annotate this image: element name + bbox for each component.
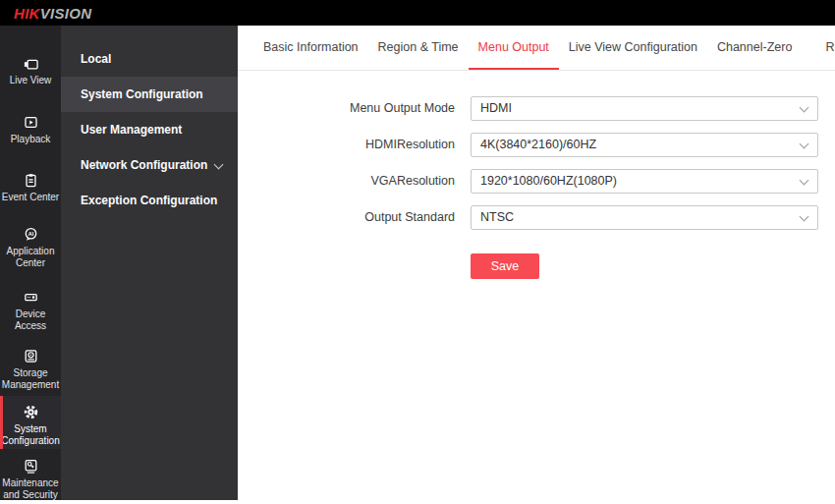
chevron-down-icon [214,160,224,170]
sidebar-item-storage-management[interactable]: Storage Management [0,348,61,390]
sidebar-item-label: Storage Management [0,367,61,390]
menu-item-label: User Management [81,123,182,137]
sidebar-item-playback[interactable]: Playback [0,114,61,145]
menu-item-local[interactable]: Local [61,41,238,77]
output-standard-select[interactable]: NTSC [471,205,818,230]
config-menu-panel: Local System Configuration User Manageme… [61,26,238,500]
device-access-icon [23,289,39,306]
chevron-down-icon [800,176,809,186]
selected-value: HDMI [480,101,512,115]
maintenance-security-icon [23,458,39,475]
menu-item-network-configuration[interactable]: Network Configuration [61,147,238,183]
menu-item-exception-configuration[interactable]: Exception Configuration [61,183,238,218]
sidebar-item-maintenance-security[interactable]: Maintenance and Security [0,458,61,500]
save-button[interactable]: Save [471,253,539,279]
active-indicator [0,396,3,449]
sidebar-item-label: Playback [11,134,51,145]
playback-icon [23,114,39,131]
chevron-down-icon [800,212,809,222]
menu-item-user-management[interactable]: User Management [61,112,238,147]
form-row: Menu Output Mode HDMI [238,96,835,121]
selected-value: 4K(3840*2160)/60HZ [480,138,596,151]
sidebar-item-label: Maintenance and Security [0,477,61,500]
menu-item-label: System Configuration [81,87,203,101]
menu-item-label: Exception Configuration [81,194,217,207]
menu-output-mode-select[interactable]: HDMI [471,96,818,121]
sidebar-item-device-access[interactable]: Device Access [0,289,61,331]
application-center-icon: AI [23,226,39,243]
menu-item-system-configuration[interactable]: System Configuration [61,77,238,112]
vga-resolution-select[interactable]: 1920*1080/60HZ(1080P) [471,169,818,194]
main-sidebar: Live View Playback Event Center [0,26,61,500]
sidebar-item-event-center[interactable]: Event Center [0,172,61,203]
form-row: VGAResolution 1920*1080/60HZ(1080P) [238,169,835,194]
form-row: HDMIResolution 4K(3840*2160)/60HZ [238,133,835,157]
form-row: Output Standard NTSC [238,205,835,230]
tab-live-view-configuration[interactable]: Live View Configuration [559,26,707,70]
menu-output-mode-label: Menu Output Mode [238,96,455,121]
sidebar-item-system-configuration[interactable]: System Configuration [0,396,61,449]
menu-item-label: Network Configuration [81,158,207,172]
menu-output-form: Menu Output Mode HDMI HDMIResolution 4K(… [238,71,835,279]
tab-menu-output[interactable]: Menu Output [469,26,559,70]
top-bar: HIKVISION [0,0,835,26]
sidebar-item-application-center[interactable]: AI Application Center [0,226,61,268]
logo-vision: VISION [40,5,92,22]
sidebar-item-label: Event Center [2,192,59,203]
sidebar-item-label: Live View [10,75,52,86]
vga-resolution-label: VGAResolution [238,169,455,194]
storage-management-icon [23,348,39,364]
sidebar-item-label: Application Center [0,246,61,268]
selected-value: 1920*1080/60HZ(1080P) [480,174,617,188]
output-standard-label: Output Standard [238,205,455,230]
logo-hik: HIK [14,5,40,22]
chevron-down-icon [800,103,809,113]
sidebar-item-live-view[interactable]: Live View [0,55,61,86]
svg-text:AI: AI [28,231,33,237]
main-content: Basic Information Region & Time Menu Out… [238,26,835,500]
tab-channel-zero[interactable]: Channel-Zero [707,26,802,70]
tab-basic-information[interactable]: Basic Information [253,26,368,70]
sidebar-item-label: System Configuration [0,423,61,446]
chevron-down-icon [800,140,809,149]
menu-item-label: Local [81,52,111,66]
tab-bar: Basic Information Region & Time Menu Out… [238,26,835,71]
tab-rs-232[interactable]: RS-232 [815,26,835,70]
selected-value: NTSC [480,210,514,224]
sidebar-item-label: Device Access [0,308,61,331]
hdmi-resolution-label: HDMIResolution [238,133,455,157]
hikvision-logo: HIKVISION [14,5,91,22]
event-center-icon [23,172,39,189]
gear-icon [23,404,39,420]
tab-region-time[interactable]: Region & Time [368,26,469,70]
hikvision-config-page: HIKVISION Live View Playback [0,0,835,504]
hdmi-resolution-select[interactable]: 4K(3840*2160)/60HZ [471,133,818,157]
live-view-icon [23,55,39,72]
